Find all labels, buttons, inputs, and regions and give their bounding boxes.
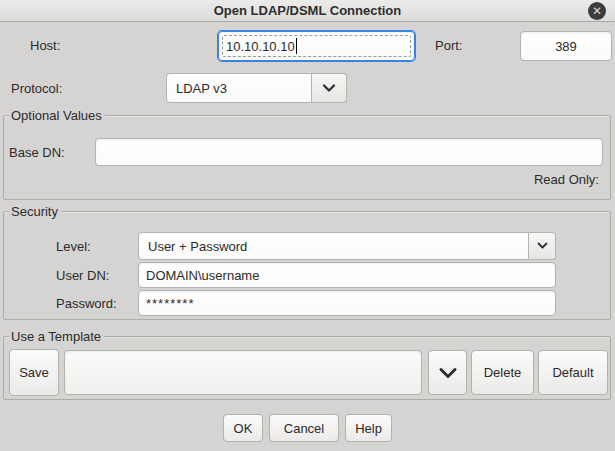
delete-button[interactable]: Delete bbox=[471, 350, 534, 395]
host-value: 10.10.10.10 bbox=[226, 39, 295, 54]
save-button[interactable]: Save bbox=[9, 349, 59, 396]
chevron-down-icon bbox=[537, 242, 548, 250]
base-dn-input[interactable] bbox=[95, 138, 603, 166]
text-cursor bbox=[296, 38, 297, 54]
optional-values-group: Optional Values Base DN: Read Only: bbox=[3, 115, 611, 200]
cancel-button[interactable]: Cancel bbox=[269, 414, 339, 442]
default-button[interactable]: Default bbox=[538, 350, 608, 395]
chevron-down-icon bbox=[322, 84, 336, 93]
dialog-window: Open LDAP/DSML Connection ✕ Host: 10.10.… bbox=[0, 0, 615, 451]
level-dropdown-button[interactable] bbox=[529, 232, 556, 260]
read-only-label: Read Only: bbox=[534, 172, 599, 187]
port-input[interactable]: 389 bbox=[520, 31, 612, 61]
protocol-combobox[interactable]: LDAP v3 bbox=[166, 73, 347, 103]
user-dn-input[interactable]: DOMAIN\username bbox=[138, 262, 556, 288]
level-selected[interactable]: User + Password bbox=[138, 232, 529, 260]
titlebar: Open LDAP/DSML Connection ✕ bbox=[0, 0, 615, 22]
protocol-label: Protocol: bbox=[11, 81, 62, 96]
ok-button[interactable]: OK bbox=[223, 414, 263, 442]
chevron-down-icon bbox=[438, 367, 458, 379]
help-button[interactable]: Help bbox=[345, 414, 392, 442]
host-input[interactable]: 10.10.10.10 bbox=[218, 31, 415, 61]
password-label: Password: bbox=[56, 296, 117, 311]
level-label: Level: bbox=[56, 239, 91, 254]
level-combobox[interactable]: User + Password bbox=[138, 232, 556, 260]
protocol-selected[interactable]: LDAP v3 bbox=[166, 73, 312, 103]
window-title: Open LDAP/DSML Connection bbox=[214, 3, 402, 18]
port-label: Port: bbox=[435, 38, 462, 53]
port-value: 389 bbox=[555, 39, 577, 54]
password-input[interactable]: ******** bbox=[138, 290, 556, 316]
optional-values-legend: Optional Values bbox=[9, 107, 105, 124]
dialog-action-row: OK Cancel Help bbox=[0, 414, 615, 442]
template-group: Use a Template Save Delete Default bbox=[3, 336, 611, 400]
template-input[interactable] bbox=[64, 350, 422, 395]
close-icon[interactable]: ✕ bbox=[588, 2, 606, 20]
security-legend: Security bbox=[9, 203, 61, 220]
user-dn-label: User DN: bbox=[56, 268, 109, 283]
base-dn-label: Base DN: bbox=[9, 145, 65, 160]
host-label: Host: bbox=[30, 38, 60, 53]
protocol-dropdown-button[interactable] bbox=[312, 73, 347, 103]
template-legend: Use a Template bbox=[9, 328, 104, 345]
security-group: Security Level: User + Password User DN:… bbox=[3, 211, 611, 320]
template-dropdown-button[interactable] bbox=[428, 350, 467, 395]
